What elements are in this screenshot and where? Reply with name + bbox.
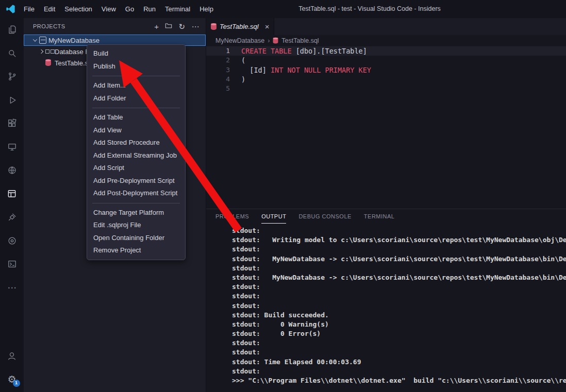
add-project-icon[interactable]: + [154, 23, 159, 30]
code-line-3: 3 [Id] INT NOT NULL PRIMARY KEY [206, 65, 566, 75]
context-menu-item-open-containing-folder[interactable]: Open Containing Folder [87, 232, 185, 245]
breadcrumb-separator-icon: › [268, 37, 270, 44]
code-text: [Id] INT NOT NULL PRIMARY KEY [230, 65, 371, 75]
tree-item-label: MyNewDatabase [48, 37, 99, 44]
menu-file[interactable]: File [19, 0, 39, 18]
code-line-4: 4) [206, 75, 566, 84]
output-line-10: stdout: Build succeeded. [232, 311, 566, 320]
output-line-7: stdout: [232, 282, 566, 292]
open-folder-icon[interactable] [165, 22, 172, 30]
code-text: CREATE TABLE [dbo].[TestTable] [230, 46, 367, 56]
output-console[interactable]: stdout: stdout: Writing model to c:\User… [206, 224, 566, 392]
sql-extension-icon[interactable] [0, 229, 24, 253]
context-menu-item-build[interactable]: Build [87, 47, 185, 60]
project-icon [39, 37, 48, 44]
output-line-17: >>> "C:\\Program Files\\dotnet\\dotnet.e… [232, 376, 566, 385]
activity-bar-bottom: ⚙ 1 [0, 344, 24, 392]
context-menu-item-add-item[interactable]: Add Item... [87, 79, 185, 92]
account-icon[interactable] [0, 344, 24, 368]
context-menu-item-add-external-streaming-job[interactable]: Add External Streaming Job [87, 149, 185, 162]
vscode-insiders-logo [6, 5, 15, 13]
breadcrumb-item-mynewdatabase[interactable]: MyNewDatabase [215, 37, 264, 44]
sidebar-title: PROJECTS [33, 23, 65, 29]
refs-icon [45, 49, 55, 54]
context-menu-item-add-script[interactable]: Add Script [87, 162, 185, 175]
title-bar: FileEditSelectionViewGoRunTerminalHelp T… [0, 0, 566, 18]
database-projects-icon[interactable] [0, 182, 24, 206]
code-text: ( [230, 56, 245, 65]
menu-bar: FileEditSelectionViewGoRunTerminalHelp [19, 0, 218, 18]
output-line-14: stdout: [232, 348, 566, 357]
search-icon[interactable] [0, 42, 24, 65]
connections-icon[interactable] [0, 206, 24, 229]
menu-run[interactable]: Run [139, 0, 160, 18]
output-line-5: stdout: [232, 264, 566, 273]
context-menu-item-remove-project[interactable]: Remove Project [87, 244, 185, 257]
project-context-menu: BuildPublishAdd Item...Add FolderAdd Tab… [87, 44, 186, 260]
menu-edit[interactable]: Edit [39, 0, 60, 18]
sql-file-icon [273, 38, 278, 44]
run-debug-icon[interactable] [0, 89, 24, 112]
globe-icon[interactable] [0, 159, 24, 182]
breadcrumb: MyNewDatabase›TestTable.sql [206, 35, 566, 46]
menu-go[interactable]: Go [121, 0, 139, 18]
panel-tab-terminal[interactable]: TERMINAL [364, 209, 395, 224]
output-line-15: stdout: Time Elapsed 00:00:03.69 [232, 357, 566, 367]
tab-testtable-sql[interactable]: TestTable.sql × [206, 18, 274, 35]
breadcrumb-item-testtable-sql[interactable]: TestTable.sql [281, 37, 319, 44]
sql-file-icon [211, 24, 217, 30]
output-line-12: stdout: 0 Error(s) [232, 329, 566, 338]
extensions-icon[interactable] [0, 112, 24, 135]
panel-tab-bar: PROBLEMSOUTPUTDEBUG CONSOLETERMINAL [206, 209, 566, 224]
remote-explorer-icon[interactable] [0, 135, 24, 159]
line-number: 2 [206, 56, 230, 65]
context-menu-item-add-table[interactable]: Add Table [87, 111, 185, 124]
bottom-panel: PROBLEMSOUTPUTDEBUG CONSOLETERMINAL stdo… [206, 209, 566, 392]
notification-badge: 1 [13, 380, 20, 387]
settings-gear-icon[interactable]: ⚙ 1 [0, 368, 24, 391]
close-icon[interactable]: × [265, 23, 270, 30]
output-line-3: stdout: [232, 245, 566, 254]
code-line-1: 1CREATE TABLE [dbo].[TestTable] [206, 46, 566, 56]
code-text: ) [230, 75, 245, 84]
panel-tab-problems[interactable]: PROBLEMS [215, 209, 249, 224]
sql-file-icon [45, 60, 55, 66]
line-number: 4 [206, 75, 230, 84]
menu-help[interactable]: Help [195, 0, 218, 18]
explorer-icon[interactable] [0, 18, 24, 42]
menu-separator [92, 203, 180, 203]
output-line-13: stdout: [232, 338, 566, 348]
context-menu-item-add-pre-deployment-script[interactable]: Add Pre-Deployment Script [87, 175, 185, 188]
output-line-6: stdout: MyNewDatabase -> c:\Users\scoria… [232, 273, 566, 282]
menu-selection[interactable]: Selection [60, 0, 96, 18]
menu-view[interactable]: View [97, 0, 121, 18]
window-title: TestTable.sql - test - Visual Studio Cod… [298, 0, 441, 18]
code-editor[interactable]: 1CREATE TABLE [dbo].[TestTable]2(3 [Id] … [206, 46, 566, 209]
menu-separator [92, 108, 180, 108]
source-control-icon[interactable] [0, 65, 24, 89]
context-menu-item-change-target-platform[interactable]: Change Target Platform [87, 207, 185, 219]
line-number: 3 [206, 65, 230, 75]
sidebar-header: PROJECTS + ↻ ⋯ [24, 18, 206, 35]
panel-tab-debug-console[interactable]: DEBUG CONSOLE [298, 209, 351, 224]
context-menu-item-add-folder[interactable]: Add Folder [87, 92, 185, 105]
console-extension-icon[interactable] [0, 252, 24, 276]
output-line-9: stdout: [232, 301, 566, 311]
context-menu-item-add-view[interactable]: Add View [87, 124, 185, 137]
chevron-right-icon [39, 49, 43, 54]
context-menu-item-add-post-deployment-script[interactable]: Add Post-Deployment Script [87, 187, 185, 200]
editor-group: TestTable.sql × MyNewDatabase›TestTable.… [206, 18, 566, 392]
code-line-5: 5 [206, 84, 566, 93]
activity-bar: ⋯ ⚙ 1 [0, 18, 24, 392]
context-menu-item-add-stored-procedure[interactable]: Add Stored Procedure [87, 137, 185, 149]
panel-tab-output[interactable]: OUTPUT [261, 209, 286, 224]
context-menu-item-publish[interactable]: Publish [87, 60, 185, 73]
more-views-icon[interactable]: ⋯ [0, 276, 24, 300]
output-line-11: stdout: 0 Warning(s) [232, 320, 566, 329]
menu-terminal[interactable]: Terminal [160, 0, 195, 18]
sidebar-toolbar: + ↻ ⋯ [154, 22, 199, 30]
refresh-icon[interactable]: ↻ [178, 23, 185, 30]
more-actions-icon[interactable]: ⋯ [192, 23, 200, 30]
context-menu-item-edit-sqlproj-file[interactable]: Edit .sqlproj File [87, 219, 185, 232]
output-line-4: stdout: MyNewDatabase -> c:\Users\scoria… [232, 254, 566, 264]
